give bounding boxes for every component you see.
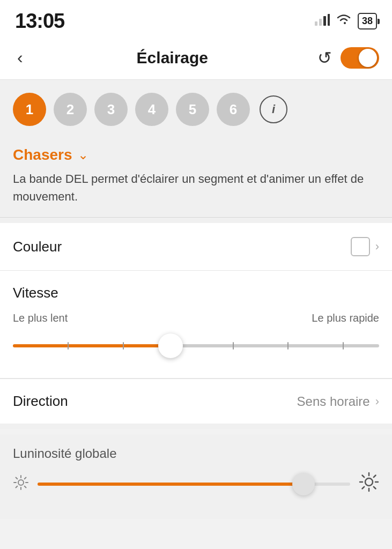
- divider-1: [0, 218, 392, 223]
- page-title: Éclairage: [137, 49, 208, 67]
- luminosity-slider-row: [0, 471, 392, 519]
- vitesse-section: Vitesse Le plus lent Le plus rapide: [0, 271, 392, 379]
- step-2[interactable]: 2: [54, 93, 87, 126]
- tick-4: [287, 342, 289, 350]
- couleur-row[interactable]: Couleur ›: [0, 223, 392, 271]
- speed-slow-label: Le plus lent: [13, 312, 68, 324]
- direction-label: Direction: [13, 393, 68, 410]
- divider-2: [0, 424, 392, 429]
- steps-row: 1 2 3 4 5 6 i: [13, 93, 379, 126]
- couleur-value: ›: [351, 237, 379, 256]
- step-6[interactable]: 6: [217, 93, 250, 126]
- couleur-label: Couleur: [13, 239, 62, 255]
- direction-value: Sens horaire ›: [297, 394, 379, 409]
- direction-text: Sens horaire: [297, 394, 370, 409]
- couleur-chevron-icon: ›: [375, 240, 379, 254]
- vitesse-label: Vitesse: [13, 285, 379, 301]
- svg-rect-3: [328, 14, 330, 26]
- svg-line-19: [374, 487, 376, 489]
- battery-level: 38: [362, 16, 373, 27]
- sun-small-icon: [13, 474, 29, 494]
- svg-line-10: [25, 486, 26, 487]
- vitesse-thumb[interactable]: [158, 333, 183, 358]
- wifi-icon: [335, 13, 352, 29]
- svg-line-9: [16, 477, 18, 479]
- mode-description: La bande DEL permet d'éclairer un segmen…: [13, 170, 379, 205]
- nav-bar: ‹ Éclairage ↺: [0, 38, 392, 80]
- nav-actions: ↺: [317, 47, 379, 69]
- svg-line-12: [16, 486, 18, 487]
- status-time: 13:05: [15, 10, 64, 33]
- reset-icon[interactable]: ↺: [317, 48, 332, 68]
- step-5[interactable]: 5: [176, 93, 209, 126]
- mode-chevron-icon[interactable]: ⌄: [78, 147, 88, 162]
- svg-rect-1: [319, 19, 322, 26]
- status-bar: 13:05 38: [0, 0, 392, 38]
- info-button[interactable]: i: [260, 95, 287, 123]
- sun-large-icon: [359, 472, 379, 496]
- step-1[interactable]: 1: [13, 93, 46, 126]
- vitesse-track: [13, 344, 379, 347]
- svg-point-13: [365, 478, 373, 486]
- svg-line-11: [25, 477, 26, 479]
- back-button[interactable]: ‹: [13, 46, 27, 70]
- mode-label[interactable]: Chasers: [13, 146, 72, 164]
- direction-chevron-icon: ›: [375, 395, 379, 409]
- tick-1: [68, 342, 69, 350]
- svg-rect-0: [315, 21, 317, 26]
- settings-group: Couleur › Vitesse Le plus lent Le plus r…: [0, 223, 392, 424]
- svg-line-21: [363, 487, 365, 489]
- direction-row[interactable]: Direction Sens horaire ›: [0, 379, 392, 424]
- status-icons: 38: [315, 13, 377, 29]
- battery-icon: 38: [358, 13, 377, 29]
- speed-fast-label: Le plus rapide: [312, 312, 379, 324]
- luminosity-section: Luninosité globale: [0, 434, 392, 471]
- svg-line-20: [374, 476, 376, 478]
- luminosity-label: Luninosité globale: [13, 446, 379, 471]
- power-toggle[interactable]: [341, 47, 379, 69]
- svg-point-4: [18, 480, 24, 485]
- tick-3: [233, 342, 234, 350]
- vitesse-slider[interactable]: [13, 330, 379, 362]
- step-4[interactable]: 4: [135, 93, 168, 126]
- svg-rect-2: [323, 16, 326, 26]
- luminosity-thumb[interactable]: [292, 473, 315, 495]
- color-preview: [351, 237, 370, 256]
- tick-5: [343, 342, 344, 350]
- luminosity-slider[interactable]: [38, 471, 350, 498]
- speed-labels: Le plus lent Le plus rapide: [13, 312, 379, 324]
- tick-2: [123, 342, 124, 350]
- info-icon: i: [272, 102, 275, 116]
- mode-label-row: Chasers ⌄: [13, 146, 379, 164]
- mode-section: Chasers ⌄ La bande DEL permet d'éclairer…: [0, 137, 392, 218]
- step-3[interactable]: 3: [94, 93, 128, 126]
- steps-section: 1 2 3 4 5 6 i: [0, 80, 392, 137]
- svg-line-18: [363, 476, 365, 478]
- signal-icon: [315, 14, 330, 29]
